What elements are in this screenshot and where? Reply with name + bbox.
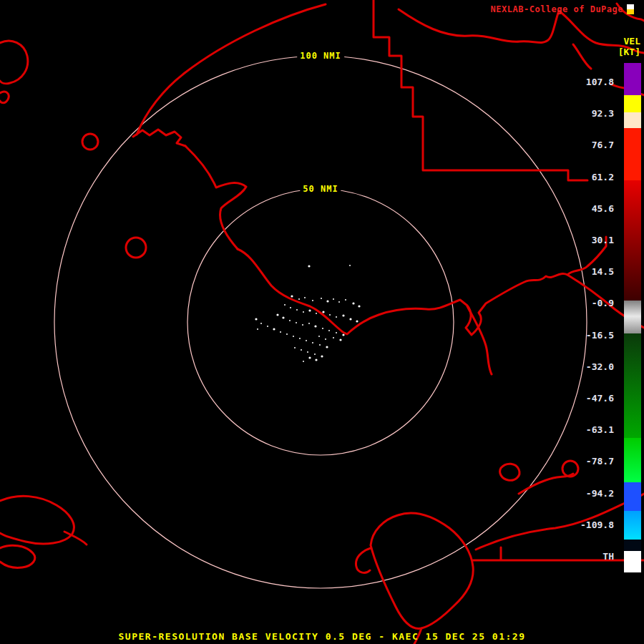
echo-dot (342, 314, 344, 316)
echo-dot (298, 298, 300, 300)
echo-dot (312, 300, 313, 301)
echo-dot (308, 356, 311, 358)
pond-bottom-right (500, 464, 519, 480)
blob-bottom-left-small (0, 545, 35, 567)
echo-dot (318, 336, 320, 337)
echo-dot (358, 305, 360, 307)
echo-dot (312, 342, 313, 343)
echo-dot (325, 338, 326, 340)
coastline-main (238, 237, 606, 335)
colorbar-title: VEL [KT] (618, 36, 640, 57)
echo-dot (314, 353, 316, 355)
coastline-islands (133, 130, 185, 146)
echo-dot (301, 349, 302, 351)
echo-dot (349, 318, 351, 320)
echo-dot (291, 295, 293, 297)
colorbar-label: -32.0 (586, 361, 614, 371)
range-ring-label: 100 NMI (297, 51, 344, 61)
range-ring (187, 189, 454, 455)
colorbar-label: 61.2 (592, 171, 614, 182)
colorbar-label: 30.1 (592, 235, 614, 245)
echo-dot (308, 309, 311, 311)
echo-dot (304, 297, 306, 298)
river-bottom-right (476, 494, 644, 550)
colorbar-segment (624, 551, 641, 572)
echo-dot (273, 328, 275, 330)
colorbar-segment (624, 316, 641, 333)
colorbar-segment (624, 63, 641, 95)
echo-dot (333, 337, 334, 338)
lake-bottom-right (371, 513, 473, 628)
colorbar-segment (624, 333, 641, 438)
echo-dot (315, 358, 317, 361)
lake-small-west (82, 134, 98, 150)
echo-dot (290, 307, 291, 308)
colorbar-segment (624, 112, 641, 128)
colorbar-label: -94.2 (586, 487, 614, 498)
echo-dot (321, 355, 323, 357)
echo-dot (333, 298, 334, 300)
colorbar-label: -47.6 (586, 393, 614, 404)
echo-dot (289, 320, 291, 321)
blob-top-left-small (0, 92, 9, 103)
colorbar-label: -16.5 (586, 329, 614, 340)
echo-dot (307, 351, 308, 353)
echo-dot (329, 314, 331, 316)
echo-dot (316, 313, 317, 314)
echo-dot (296, 322, 297, 323)
colorbar-segment (624, 95, 641, 112)
echo-dot (321, 298, 322, 299)
colorbar-units-line2: [KT] (618, 47, 640, 57)
echo-dot (276, 313, 278, 316)
echo-dot (338, 301, 340, 303)
echo-dot (257, 328, 258, 330)
colorbar-units-line1: VEL (618, 36, 640, 47)
colorbar-label: -63.1 (586, 424, 614, 435)
echo-dot (356, 320, 358, 322)
velocity-echoes (255, 265, 360, 362)
colorbar-label: 92.3 (592, 108, 614, 119)
echo-dot (255, 318, 257, 320)
product-caption: SUPER-RESOLUTION BASE VELOCITY 0.5 DEG -… (0, 631, 644, 642)
page-title: NEXLAB-College of DuPage (491, 4, 623, 14)
echo-dot (326, 346, 328, 348)
blob-bottom-left (0, 496, 74, 544)
colorbar-gradient (624, 63, 641, 572)
map-outlines (0, 0, 644, 644)
echo-dot (303, 361, 304, 362)
echo-dot (303, 311, 304, 313)
echo-dot (322, 311, 324, 313)
echo-dot (349, 265, 351, 266)
echo-dot (308, 265, 310, 267)
echo-dot (336, 332, 337, 333)
echo-dot (280, 331, 281, 333)
colorbar-label: -78.7 (586, 456, 614, 467)
echo-dot (286, 333, 288, 335)
coastline-northwest (185, 146, 246, 249)
echo-dot (342, 333, 344, 336)
echo-dot (326, 300, 328, 302)
echo-dot (314, 325, 316, 327)
colorbar-label: 14.5 (592, 266, 614, 277)
colorbar-segment (624, 180, 641, 301)
colorbar-label: -0.9 (592, 298, 614, 308)
boundary-bottom-right (473, 547, 644, 560)
echo-dot (345, 299, 346, 301)
lake-hook (356, 548, 371, 572)
echo-dot (306, 340, 307, 341)
colorbar-segment (624, 511, 641, 540)
radar-display: 100 NMI50 NMI NEXLAB-College of DuPage V… (0, 0, 644, 644)
river-branch (573, 44, 591, 69)
echo-dot (319, 344, 321, 346)
station-title: NEXLAB-College of DuPage (491, 4, 634, 14)
colorbar-segment (624, 301, 641, 316)
colorbar-label: 76.7 (592, 140, 614, 150)
colorbar-segment (624, 438, 641, 482)
echo-dot (339, 338, 341, 341)
echo-dot (302, 324, 303, 326)
colorbar-label: 45.6 (592, 203, 614, 213)
station-logo-icon (627, 4, 634, 14)
range-ring-label: 50 NMI (300, 184, 341, 194)
blob-top-left (0, 41, 28, 84)
echo-dot (284, 304, 286, 306)
